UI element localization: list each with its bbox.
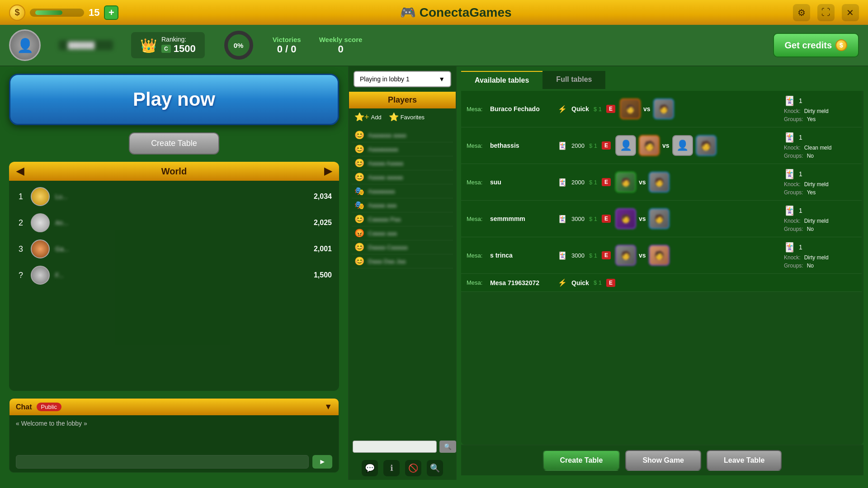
player-list-item[interactable]: 😊 Daaaa Caaaaa: [352, 240, 453, 254]
table-row[interactable]: Mesa: Buraco Fechado ⚡ Quick $ 1 E 🧑 vs …: [461, 91, 862, 127]
card-icon: 🃏: [784, 205, 795, 216]
close-icon: ✕: [846, 7, 854, 18]
settings-button[interactable]: ⚙: [793, 4, 810, 21]
close-button[interactable]: ✕: [842, 4, 859, 21]
card-info-row: 🃏 1: [784, 242, 856, 253]
table-name: Buraco Fechado: [490, 105, 553, 113]
coin-icon: $: [9, 5, 25, 21]
player-emoji: 😊: [354, 158, 364, 168]
show-game-button[interactable]: Show Game: [625, 450, 701, 471]
tab-available-tables[interactable]: Available tables: [461, 71, 542, 89]
groups-row: Groups: Yes: [784, 189, 856, 196]
table-mode-icon: 🃏: [558, 251, 567, 260]
player-name-text: Aaaaaaa aaaa: [368, 132, 406, 139]
chat-action-button[interactable]: 💬: [362, 460, 378, 476]
knock-val: Dirty meld: [804, 181, 829, 188]
world-avatar: [31, 239, 50, 258]
card-count: 1: [799, 134, 802, 141]
players-panel: Playing in lobby 1 ▼ Players ⭐+ Add ⭐ Fa…: [348, 66, 457, 480]
credits-progress-bar: [35, 10, 62, 15]
leave-table-button[interactable]: Leave Table: [707, 450, 782, 471]
knock-label: Knock:: [784, 145, 801, 151]
players-vs: 🧑 vs 🧑: [615, 172, 779, 192]
add-friend-action-button[interactable]: 🔍: [427, 460, 443, 476]
card-icon: 🃏: [784, 169, 795, 179]
players-vs: 🧑 vs 🧑: [615, 208, 779, 229]
table-row[interactable]: Mesa: Mesa 719632072 ⚡ Quick $ 1 E: [461, 274, 862, 292]
left-panel: Play now Create Table ◀ World ▶ 1 Lu... …: [0, 66, 348, 480]
mesa-label: Mesa:: [467, 216, 486, 222]
world-name: An...: [55, 219, 308, 226]
player-name-bar: ██████: [59, 40, 113, 50]
mesa-label: Mesa:: [467, 142, 486, 149]
player-list-item[interactable]: 😊 Caaaaa Paa: [352, 212, 453, 226]
players-favorites-button[interactable]: ⭐ Favorites: [389, 112, 425, 122]
player-name-text: Aaaaa aaaaa: [368, 174, 403, 181]
world-prev-button[interactable]: ◀: [16, 165, 24, 177]
block-action-button[interactable]: 🚫: [405, 460, 421, 476]
table-row[interactable]: Mesa: suu 🃏 2000 $ 1 E 🧑 vs 🧑 🃏 1 Knock:…: [461, 164, 862, 201]
players-add-button[interactable]: ⭐+ Add: [354, 112, 382, 122]
players-list: 😊 Aaaaaaa aaaa 😊 Aaaaaaaaa 😊 Aaaaa Aaaaa…: [349, 126, 456, 437]
play-now-button[interactable]: Play now: [9, 74, 339, 125]
player-name-text: Caaaaa Paa: [368, 216, 401, 223]
table-mode-icon: 🃏: [558, 178, 567, 187]
table-name: suu: [490, 178, 553, 186]
card-info-row: 🃏 1: [784, 95, 856, 106]
player-list-item[interactable]: 😊 Aaaaa aaaaa: [352, 170, 453, 184]
chat-toggle-button[interactable]: ▼: [324, 402, 332, 412]
player-list-item[interactable]: 😊 Aaaaaaa aaaa: [352, 128, 453, 142]
player-name-text: Aaaaa aaa: [368, 202, 396, 209]
world-next-button[interactable]: ▶: [324, 165, 332, 177]
logo-icon: 🎮: [400, 5, 416, 20]
chat-input[interactable]: [16, 455, 309, 469]
table-row[interactable]: Mesa: bethassis 🃏 2000 $ 1 E 👤 🧑 vs 👤 🧑 …: [461, 127, 862, 164]
vs-text: vs: [662, 142, 670, 149]
players-search-input[interactable]: [353, 441, 437, 453]
get-credits-button[interactable]: Get credits $: [773, 33, 859, 57]
world-list-item: 3 Ga... 2,001: [16, 238, 332, 260]
world-section: ◀ World ▶ 1 Lu... 2,034 2 An... 2,025 3 …: [9, 162, 339, 391]
tab-full-tables[interactable]: Full tables: [542, 71, 605, 89]
players-search-button[interactable]: 🔍: [439, 441, 456, 453]
chat-send-button[interactable]: ►: [312, 455, 332, 469]
table-dollar: $ 1: [589, 179, 597, 186]
table-row[interactable]: Mesa: semmmmm 🃏 3000 $ 1 E 🧑 vs 🧑 🃏 1 Kn…: [461, 201, 862, 237]
create-table-bottom-button[interactable]: Create Table: [543, 450, 620, 471]
lobby-text: Playing in lobby 1: [360, 75, 410, 83]
table-info: 🃏 1 Knock: Dirty meld Groups: No: [784, 242, 856, 269]
player-list-item[interactable]: 😡 Caaaa aaa: [352, 226, 453, 240]
add-credits-button[interactable]: +: [104, 5, 118, 20]
get-credits-label: Get credits: [785, 40, 832, 51]
groups-val: Yes: [807, 116, 816, 122]
player-list-item[interactable]: 😊 Aaaaaaaaa: [352, 142, 453, 156]
chat-input-row: ►: [9, 451, 339, 472]
world-score: 1,500: [314, 271, 332, 279]
create-table-button-left[interactable]: Create Table: [129, 132, 219, 155]
logo: 🎮 ConectaGames: [400, 5, 512, 20]
table-name: bethassis: [490, 142, 553, 149]
lobby-selector[interactable]: Playing in lobby 1 ▼: [354, 71, 451, 87]
player-list-item[interactable]: 🎭 Aaaaa aaa: [352, 198, 453, 212]
ranking-value: C 1500: [161, 43, 196, 55]
table-name: Mesa 719632072: [490, 279, 553, 286]
player-list-item[interactable]: 😊 Aaaaa Aaaaa: [352, 156, 453, 170]
fullscreen-icon: ⛶: [821, 7, 830, 18]
table-dollar: $ 1: [589, 252, 597, 259]
vs-text: vs: [639, 252, 646, 259]
table-row[interactable]: Mesa: s trinca 🃏 3000 $ 1 E 🧑 vs 🧑 🃏 1 K…: [461, 237, 862, 274]
groups-val: Yes: [807, 189, 816, 196]
fullscreen-button[interactable]: ⛶: [817, 4, 835, 21]
player-thumb-1: 🧑: [615, 245, 636, 266]
knock-val: Dirty meld: [804, 218, 829, 224]
info-action-button[interactable]: ℹ: [383, 460, 400, 476]
player-list-item[interactable]: 🎭 Aaaaaaaa: [352, 184, 453, 198]
player-list-item[interactable]: 😊 Daaa Daa Jaa: [352, 254, 453, 268]
table-mode-icon: ⚡: [558, 278, 567, 287]
knock-label: Knock:: [784, 181, 801, 188]
world-list-item: 1 Lu... 2,034: [16, 185, 332, 208]
world-header: ◀ World ▶: [9, 162, 339, 181]
table-mode: Quick: [571, 279, 589, 286]
credits-number: 15: [89, 7, 99, 19]
card-icon: 🃏: [784, 95, 795, 106]
